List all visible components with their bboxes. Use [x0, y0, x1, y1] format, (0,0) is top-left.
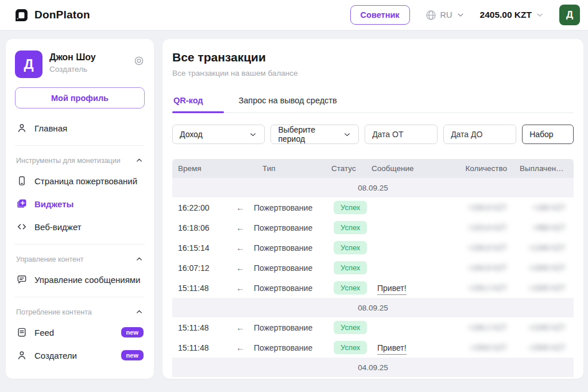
incoming-arrow-icon: ←: [227, 223, 254, 232]
chevron-down-icon: [535, 10, 544, 20]
paid-value: +2945 KZT: [528, 343, 566, 352]
message-icon: [16, 274, 28, 285]
cell-type: ←Пожертвование: [227, 283, 313, 293]
paid-value: +2345 KZT: [528, 323, 566, 332]
type-label: Пожертвование: [254, 203, 312, 212]
column-header-amount: Количество: [454, 164, 520, 173]
logo[interactable]: DonPlaton: [14, 7, 90, 23]
document-icon: [16, 327, 28, 338]
type-label: Пожертвование: [254, 323, 312, 332]
message-text[interactable]: Привет!: [377, 343, 407, 355]
chevron-up-icon: [135, 156, 144, 165]
date-to-input[interactable]: [443, 125, 516, 144]
content-area: Д Джон Шоу Создатель Мой профиль: [6, 39, 583, 379]
date-group-row: 04.09.25: [172, 358, 574, 377]
code-icon: [16, 221, 28, 232]
cell-amount: +2943 KZT: [454, 343, 520, 352]
sidebar: Д Джон Шоу Создатель Мой профиль: [6, 39, 154, 379]
set-button[interactable]: Набор: [522, 125, 574, 144]
profile-avatar: Д: [15, 51, 42, 78]
language-selector[interactable]: RU: [425, 9, 465, 21]
cell-time: 15:11:48: [172, 343, 227, 352]
balance-selector[interactable]: 2405.00 KZT: [480, 10, 544, 20]
top-bar-actions: Советник RU 2405.00 KZT: [350, 5, 580, 25]
chevron-up-icon: [135, 255, 144, 263]
type-label: Пожертвование: [254, 243, 312, 253]
amount-value: +2943 KZT: [470, 343, 507, 352]
type-label: Пожертвование: [254, 284, 312, 293]
cell-amount: +153.8 KZT: [454, 223, 520, 232]
table-row: 16:18:06 ←Пожертвование Успех +153.8 KZT…: [172, 218, 574, 238]
status-badge: Успех: [334, 261, 367, 274]
cell-amount: +156.2 KZT: [454, 284, 520, 292]
cell-status: Успех: [313, 221, 362, 234]
section-content-management-toggle[interactable]: Управление контент: [15, 250, 145, 268]
my-profile-button[interactable]: Мой профиль: [15, 87, 145, 108]
incoming-arrow-icon: ←: [227, 263, 254, 273]
cell-paid: +2345 KZT: [520, 323, 574, 332]
cell-status: Успех: [313, 341, 362, 354]
cell-status: Успех: [313, 201, 362, 214]
section-label: Потребление контента: [16, 308, 92, 316]
select-value: Выберите период: [278, 125, 343, 143]
section-label: Управление контент: [16, 255, 84, 263]
income-type-select[interactable]: Доход: [172, 125, 265, 144]
paid-value: +1645 KZT: [528, 284, 566, 292]
sidebar-item-widgets[interactable]: Виджеты: [15, 192, 145, 215]
incoming-arrow-icon: ←: [227, 203, 254, 212]
cell-type: ←Пожертвование: [227, 343, 313, 352]
paid-value: +968 KZT: [533, 223, 566, 232]
date-from-input[interactable]: [365, 125, 438, 144]
table-header-row: Время Тип Статус Сообщение Количество Вы…: [172, 159, 574, 178]
chevron-down-icon: [343, 130, 351, 139]
column-header-message: Сообщение: [362, 164, 454, 173]
logo-icon: [14, 7, 29, 23]
tab-withdrawal-request[interactable]: Запрос на вывод средств: [238, 90, 338, 112]
user-avatar[interactable]: Д: [559, 5, 580, 25]
cell-message: Привет!: [362, 284, 454, 293]
amount-value: +156.8 KZT: [468, 243, 507, 252]
paid-value: +1346 KZT: [528, 243, 566, 252]
section-monetization-toggle[interactable]: Инструменты для монетизации: [15, 152, 145, 169]
sidebar-item-donation-page[interactable]: Страница пожертвований: [15, 169, 145, 192]
sidebar-item-creators[interactable]: Создатели new: [15, 344, 145, 367]
sidebar-item-label: Управление сообщениями: [34, 275, 144, 285]
table-row: 15:11:48 ←Пожертвование Успех +166.2 KZT…: [172, 317, 574, 337]
status-badge: Успех: [334, 201, 367, 214]
sidebar-item-message-management[interactable]: Управление сообщениями: [15, 268, 145, 291]
amount-value: +156.8 KZT: [468, 203, 507, 212]
amount-value: +164.8 KZT: [468, 263, 507, 272]
chevron-up-icon: [135, 308, 144, 316]
advisor-button[interactable]: Советник: [350, 5, 410, 25]
table-row: 16:15:14 ←Пожертвование Успех +156.8 KZT…: [172, 238, 574, 258]
section-label: Инструменты для монетизации: [16, 157, 121, 165]
date-group-row: 08.09.25: [172, 298, 574, 317]
incoming-arrow-icon: ←: [227, 283, 254, 293]
message-text[interactable]: Привет!: [377, 284, 407, 295]
column-header-paid: Выплаченая...: [520, 164, 574, 173]
cell-type: ←Пожертвование: [227, 263, 313, 273]
paid-value: +166 KZT: [533, 203, 566, 212]
app-page: DonPlaton Советник RU 2405.00 KZT: [0, 0, 588, 392]
sidebar-item-home[interactable]: Главная: [15, 117, 145, 139]
sidebar-item-web-widget[interactable]: Веб-виджет: [15, 215, 145, 238]
cell-type: ←Пожертвование: [227, 223, 313, 232]
profile-settings-icon[interactable]: [133, 51, 145, 67]
cell-time: 16:15:14: [172, 243, 227, 253]
cell-paid: +1945 KZT: [520, 263, 574, 272]
cell-paid: +1645 KZT: [520, 284, 574, 292]
table-row: 15:11:48 ←Пожертвование Успех Привет! +1…: [172, 278, 574, 298]
tab-qr-code[interactable]: QR-код: [172, 90, 224, 112]
select-value: Доход: [180, 130, 203, 139]
sidebar-item-label: Главная: [34, 123, 144, 133]
type-label: Пожертвование: [254, 223, 312, 232]
cell-status: Успех: [313, 241, 362, 254]
sidebar-item-label: Создатели: [34, 351, 114, 360]
period-select[interactable]: Выберите период: [270, 125, 359, 144]
cell-type: ←Пожертвование: [227, 323, 313, 332]
sidebar-item-feed[interactable]: Feed new: [15, 321, 145, 344]
cell-message: Привет!: [362, 343, 454, 352]
cell-amount: +156.8 KZT: [454, 243, 520, 252]
cell-amount: +156.8 KZT: [454, 203, 520, 212]
section-content-consumption-toggle[interactable]: Потребление контента: [15, 303, 145, 321]
